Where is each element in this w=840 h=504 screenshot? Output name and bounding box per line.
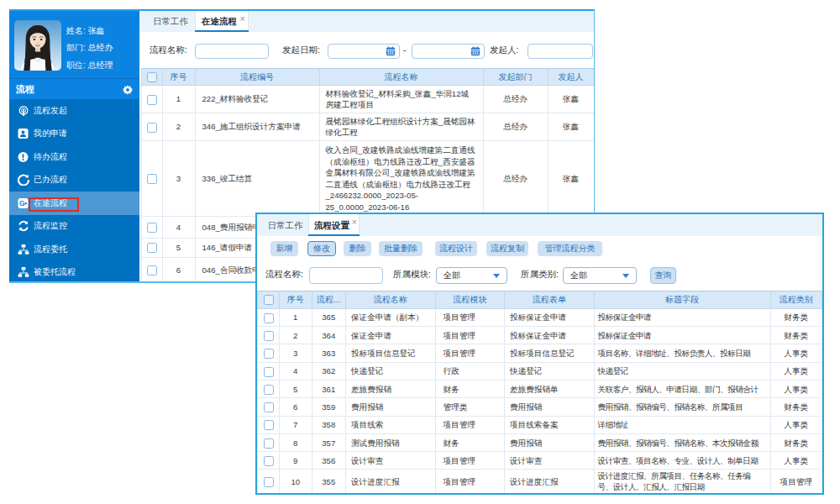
svg-text:G: G [19,199,25,207]
